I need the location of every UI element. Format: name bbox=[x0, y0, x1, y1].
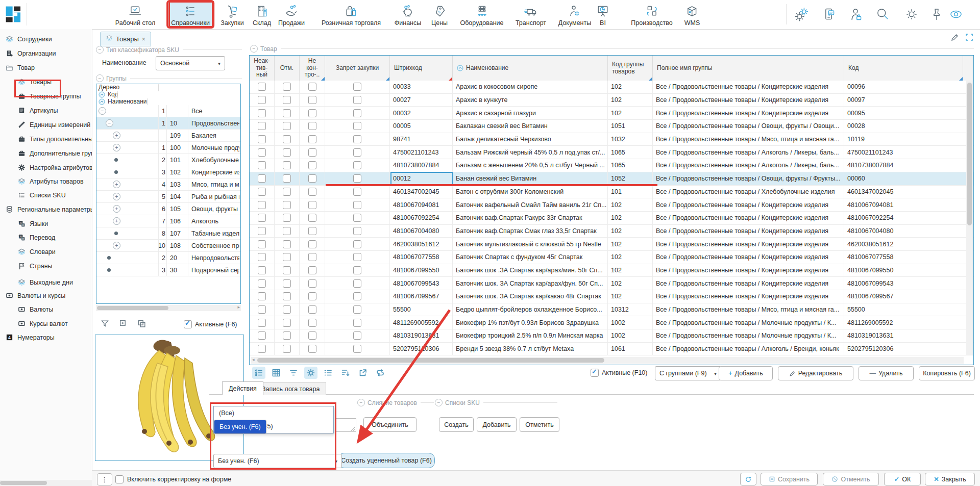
marked-checkbox[interactable] bbox=[283, 266, 291, 274]
classifier-select[interactable]: Основной▾ bbox=[156, 56, 225, 70]
sidebar-item-7[interactable]: Типы дополнительных гру bbox=[0, 132, 92, 146]
expand-plus-icon[interactable]: + bbox=[113, 181, 120, 188]
uncontrolled-checkbox[interactable] bbox=[308, 83, 316, 91]
sku-mark-button[interactable]: Отметить bbox=[520, 417, 559, 432]
products-col-7[interactable]: Полное имя группы bbox=[653, 56, 844, 81]
products-col-5[interactable]: Наименование bbox=[453, 56, 608, 81]
collapse-icon[interactable]: − bbox=[96, 46, 104, 54]
sidebar-item-19[interactable]: Валюты bbox=[0, 302, 92, 316]
sidebar-item-3[interactable]: Товары bbox=[0, 75, 92, 89]
groups-tree-row[interactable]: +1100Молочные продук bbox=[96, 142, 240, 154]
inactive-checkbox[interactable] bbox=[258, 188, 266, 196]
sidebar-item-12[interactable]: Региональные параметры bbox=[0, 202, 92, 216]
product-row[interactable]: 55500Бедро цыплят-бройлеров охлажденное … bbox=[250, 303, 973, 317]
inactive-checkbox[interactable] bbox=[258, 331, 266, 340]
purchase-ban-checkbox[interactable] bbox=[353, 266, 361, 274]
gear-icon[interactable] bbox=[304, 367, 317, 379]
delete-button[interactable]: —Удалить bbox=[859, 366, 914, 380]
groups-tree-row[interactable]: 8107Табачные изделия bbox=[96, 227, 240, 240]
sidebar-item-13[interactable]: AяЯзыки bbox=[0, 217, 92, 231]
product-row[interactable]: 4601347002045Батон с отрубями 300г Колом… bbox=[250, 186, 973, 199]
groups-tree-row[interactable]: 2101Хлебобулочные из bbox=[96, 154, 240, 166]
active-checkbox[interactable] bbox=[184, 320, 192, 328]
sidebar-item-6[interactable]: Единицы измерений bbox=[0, 118, 92, 132]
inactive-checkbox[interactable] bbox=[258, 135, 266, 143]
uncontrolled-checkbox[interactable] bbox=[308, 279, 316, 288]
product-row[interactable]: 4810067099543Батончик шок. ЗА Спартак ка… bbox=[250, 277, 973, 290]
expand-plus-icon[interactable]: + bbox=[113, 132, 120, 139]
uncontrolled-checkbox[interactable] bbox=[308, 135, 316, 143]
products-col-8[interactable]: Код bbox=[844, 56, 963, 81]
purchase-ban-checkbox[interactable] bbox=[353, 148, 361, 157]
collapse-icon[interactable]: − bbox=[250, 45, 258, 53]
uncontrolled-checkbox[interactable] bbox=[308, 253, 316, 261]
marked-checkbox[interactable] bbox=[283, 240, 291, 248]
sidebar-item-18[interactable]: Валюты и курсы bbox=[0, 289, 92, 302]
groups-hscrollbar[interactable]: ▸ bbox=[96, 305, 241, 311]
marked-checkbox[interactable] bbox=[283, 305, 291, 314]
groups-col-tree[interactable]: Дерево bbox=[96, 84, 159, 91]
marked-checkbox[interactable] bbox=[283, 214, 291, 222]
user-lock-icon[interactable] bbox=[848, 7, 864, 22]
collapse-icon[interactable]: − bbox=[357, 399, 365, 406]
create-discounted-button[interactable]: Создать уцененный товар (F6) bbox=[338, 453, 435, 468]
inactive-checkbox[interactable] bbox=[258, 109, 266, 117]
sidebar-item-14[interactable]: AяПеревод bbox=[0, 231, 92, 244]
copy-button[interactable]: Копировать (F6) bbox=[919, 366, 975, 380]
products-col-3[interactable]: Запрет закупки bbox=[325, 56, 390, 81]
marked-checkbox[interactable] bbox=[283, 148, 291, 157]
uncontrolled-checkbox[interactable] bbox=[308, 319, 316, 327]
marked-checkbox[interactable] bbox=[283, 319, 291, 327]
sidebar-item-4[interactable]: Товарные группы bbox=[0, 89, 92, 103]
products-active-filter[interactable]: Активные (F10) bbox=[591, 369, 647, 377]
numbered-list-icon[interactable] bbox=[322, 367, 335, 379]
uncontrolled-checkbox[interactable] bbox=[308, 122, 316, 130]
purchase-ban-checkbox[interactable] bbox=[353, 83, 361, 91]
dropdown-option[interactable]: (Все) bbox=[214, 406, 333, 420]
marked-checkbox[interactable] bbox=[283, 122, 291, 130]
product-row[interactable]: 4810319013631Биокефир троицкий 2.5% п/п … bbox=[250, 329, 973, 343]
product-row[interactable]: 4810738007884Бальзам с женьшенем 20% 0,5… bbox=[250, 159, 973, 172]
purchase-ban-checkbox[interactable] bbox=[353, 109, 361, 117]
device-chat-icon[interactable] bbox=[821, 7, 837, 22]
collapse-minus-icon[interactable]: − bbox=[106, 119, 113, 127]
edit-pencil-icon[interactable] bbox=[950, 33, 960, 44]
marked-checkbox[interactable] bbox=[283, 174, 291, 183]
purchase-ban-checkbox[interactable] bbox=[353, 319, 361, 327]
close-button[interactable]: ✕Закрыть bbox=[925, 473, 975, 485]
pin-icon[interactable] bbox=[929, 7, 944, 22]
filter-icon[interactable] bbox=[98, 317, 111, 329]
purchase-ban-checkbox[interactable] bbox=[353, 135, 361, 143]
edit-button[interactable]: Редактировать bbox=[778, 366, 853, 380]
products-col-2[interactable]: Не кон- тро-.. bbox=[300, 56, 325, 81]
inactive-checkbox[interactable] bbox=[258, 161, 266, 169]
product-row[interactable]: 4750021101243Бальзам Рижский черный 45% … bbox=[250, 146, 973, 159]
list-settings-icon[interactable] bbox=[252, 367, 265, 379]
products-col-4[interactable]: Штрихкод bbox=[390, 56, 453, 81]
purchase-ban-checkbox[interactable] bbox=[353, 331, 361, 340]
groups-tree-row[interactable]: 330Подарочный серти bbox=[96, 264, 240, 276]
settings-gears-icon[interactable] bbox=[794, 7, 810, 22]
inactive-checkbox[interactable] bbox=[258, 345, 266, 353]
groups-tree-row[interactable]: +10108Собственное прои bbox=[96, 240, 240, 252]
products-hscrollbar[interactable]: ◂ bbox=[251, 357, 964, 364]
inactive-checkbox[interactable] bbox=[258, 122, 266, 130]
sidebar-item-8[interactable]: Дополнительные группы bbox=[0, 146, 92, 160]
expand-plus-icon[interactable]: + bbox=[113, 242, 120, 249]
product-row[interactable]: 00027Арахис в кунжуте102Все / Продовольс… bbox=[250, 94, 973, 107]
groups-tree-row[interactable]: +5104Рыба и рыбная гас bbox=[96, 191, 240, 203]
inactive-checkbox[interactable] bbox=[258, 266, 266, 274]
tab-product-log[interactable]: Запись лога товара bbox=[255, 382, 326, 395]
expand-plus-icon[interactable]: + bbox=[113, 144, 120, 151]
inactive-checkbox[interactable] bbox=[258, 240, 266, 248]
form-adjust-option[interactable]: Включить корректировку на форме bbox=[115, 475, 231, 483]
groups-active-filter[interactable]: Активные (F6) bbox=[184, 320, 237, 328]
uncontrolled-checkbox[interactable] bbox=[308, 214, 316, 222]
sku-add-button[interactable]: Добавить bbox=[477, 417, 517, 432]
expand-plus-icon[interactable]: + bbox=[113, 217, 120, 225]
uncontrolled-checkbox[interactable] bbox=[308, 148, 316, 157]
purchase-ban-checkbox[interactable] bbox=[353, 227, 361, 235]
products-vscrollbar[interactable] bbox=[966, 81, 973, 355]
product-row[interactable]: 4810067099550Батончик шок .ЗА Спартак ка… bbox=[250, 264, 973, 277]
product-row[interactable]: 4810067004080Батончик ваф.Спартак Смак г… bbox=[250, 225, 973, 238]
